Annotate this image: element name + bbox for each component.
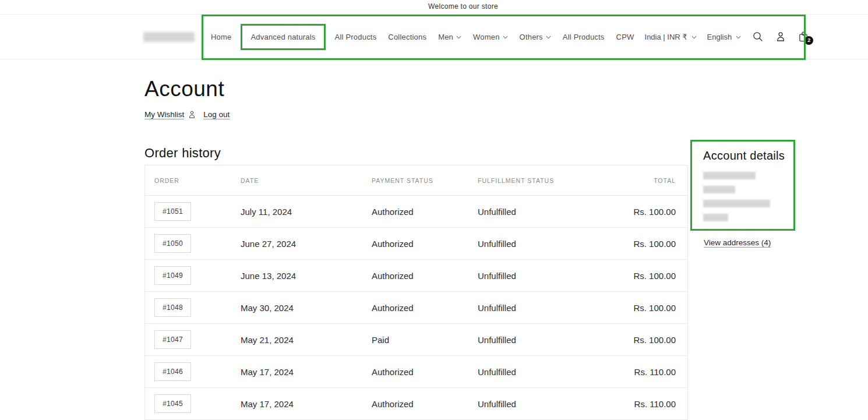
payment-status: Authorized: [372, 399, 478, 409]
fulfillment-status: Unfulfilled: [478, 271, 594, 281]
nav-item-others[interactable]: Others: [520, 33, 551, 41]
table-row: #1048 May 30, 2024 Authorized Unfulfille…: [145, 292, 687, 324]
annotation-account-details-highlight: Account details: [690, 140, 795, 231]
payment-status: Authorized: [372, 239, 478, 249]
search-icon: [752, 31, 764, 43]
account-links: My Wishlist Log out: [144, 110, 230, 119]
cart-button[interactable]: 2: [798, 31, 809, 43]
order-date: May 17, 2024: [241, 367, 372, 377]
nav-item-advanced-naturals[interactable]: Advanced naturals: [241, 24, 325, 50]
order-total: Rs. 100.00: [594, 207, 676, 217]
nav-item-men[interactable]: Men: [438, 33, 461, 41]
order-total: Rs. 110.00: [594, 367, 676, 377]
order-number-link[interactable]: #1050: [154, 234, 191, 253]
order-total: Rs. 100.00: [594, 335, 676, 345]
payment-status: Authorized: [372, 207, 478, 217]
view-addresses-link[interactable]: View addresses (4): [704, 238, 771, 247]
column-header-date: DATE: [241, 177, 372, 184]
language-label: English: [707, 33, 732, 41]
chevron-down-icon: [503, 36, 508, 39]
store-logo-blurred[interactable]: [143, 32, 195, 42]
table-row: #1050 June 27, 2024 Authorized Unfulfill…: [145, 228, 687, 260]
redacted-customer-name: [703, 172, 756, 179]
log-out-link[interactable]: Log out: [203, 110, 230, 119]
column-header-order: ORDER: [154, 177, 241, 184]
table-header-row: ORDER DATE PAYMENT STATUS FULFILLMENT ST…: [145, 165, 687, 196]
nav-item-label: Women: [473, 33, 500, 41]
order-number-link[interactable]: #1045: [154, 394, 191, 413]
chevron-down-icon: [546, 36, 551, 39]
table-row: #1047 May 21, 2024 Paid Unfulfilled Rs. …: [145, 324, 687, 356]
column-header-payment-status: PAYMENT STATUS: [372, 177, 478, 184]
header-right: India | INR ₹ English: [634, 31, 810, 43]
order-date: May 17, 2024: [241, 399, 372, 409]
nav-item-all-products[interactable]: All Products: [335, 33, 377, 41]
site-header: Home Advanced naturals All Products Coll…: [0, 15, 868, 59]
fulfillment-status: Unfulfilled: [478, 335, 594, 345]
nav-item-home[interactable]: Home: [211, 33, 231, 41]
order-total: Rs. 100.00: [594, 303, 676, 313]
person-icon: [188, 110, 196, 119]
cart-count-badge: 2: [805, 36, 813, 45]
order-history-heading: Order history: [144, 146, 221, 161]
announcement-bar: Welcome to our store: [0, 0, 868, 15]
fulfillment-status: Unfulfilled: [478, 367, 594, 377]
account-details-heading: Account details: [703, 149, 793, 163]
account-details-panel: Account details View addresses (4): [690, 140, 795, 248]
fulfillment-status: Unfulfilled: [478, 207, 594, 217]
redacted-address-line-3: [703, 214, 728, 221]
nav-item-all-products-2[interactable]: All Products: [563, 33, 605, 41]
main-nav: Home Advanced naturals All Products Coll…: [211, 24, 634, 50]
fulfillment-status: Unfulfilled: [478, 303, 594, 313]
fulfillment-status: Unfulfilled: [478, 239, 594, 249]
order-total: Rs. 100.00: [594, 239, 676, 249]
table-row: #1049 June 13, 2024 Authorized Unfulfill…: [145, 260, 687, 292]
payment-status: Paid: [372, 335, 478, 345]
announcement-text: Welcome to our store: [428, 2, 498, 10]
order-number-link[interactable]: #1047: [154, 330, 191, 349]
order-history-table: ORDER DATE PAYMENT STATUS FULFILLMENT ST…: [144, 165, 688, 420]
page-title: Account: [144, 77, 224, 101]
redacted-address-line-2: [703, 200, 770, 207]
order-date: May 21, 2024: [241, 335, 372, 345]
my-wishlist-link[interactable]: My Wishlist: [144, 110, 184, 119]
account-button[interactable]: [775, 31, 786, 43]
order-number-link[interactable]: #1048: [154, 298, 191, 317]
order-date: June 27, 2024: [241, 239, 372, 249]
payment-status: Authorized: [372, 271, 478, 281]
language-selector[interactable]: English: [707, 33, 742, 41]
chevron-down-icon: [736, 36, 741, 39]
chevron-down-icon: [691, 36, 697, 39]
search-button[interactable]: [752, 31, 764, 43]
nav-item-label: Others: [520, 33, 543, 41]
order-total: Rs. 110.00: [594, 399, 676, 409]
order-total: Rs. 100.00: [594, 271, 676, 281]
table-row: #1045 May 17, 2024 Authorized Unfulfille…: [145, 388, 687, 420]
order-number-link[interactable]: #1049: [154, 266, 191, 285]
nav-item-label: Men: [438, 33, 453, 41]
payment-status: Authorized: [372, 303, 478, 313]
account-page: Welcome to our store Home Advanced natur…: [0, 0, 868, 420]
account-icon: [775, 31, 786, 43]
column-header-fulfillment-status: FULFILLMENT STATUS: [478, 177, 594, 184]
order-date: May 30, 2024: [241, 303, 372, 313]
nav-item-cpw[interactable]: CPW: [616, 33, 634, 41]
table-row: #1046 May 17, 2024 Authorized Unfulfille…: [145, 356, 687, 388]
country-currency-label: India | INR ₹: [645, 33, 687, 41]
order-number-link[interactable]: #1046: [154, 362, 191, 381]
order-date: July 11, 2024: [241, 207, 372, 217]
payment-status: Authorized: [372, 367, 478, 377]
column-header-total: TOTAL: [594, 177, 676, 184]
nav-item-women[interactable]: Women: [473, 33, 508, 41]
country-currency-selector[interactable]: India | INR ₹: [645, 33, 697, 41]
nav-item-collections[interactable]: Collections: [388, 33, 426, 41]
chevron-down-icon: [456, 36, 461, 39]
order-date: June 13, 2024: [241, 271, 372, 281]
fulfillment-status: Unfulfilled: [478, 399, 594, 409]
order-number-link[interactable]: #1051: [154, 202, 191, 221]
redacted-address-line-1: [703, 186, 735, 193]
table-row: #1051 July 11, 2024 Authorized Unfulfill…: [145, 196, 687, 228]
